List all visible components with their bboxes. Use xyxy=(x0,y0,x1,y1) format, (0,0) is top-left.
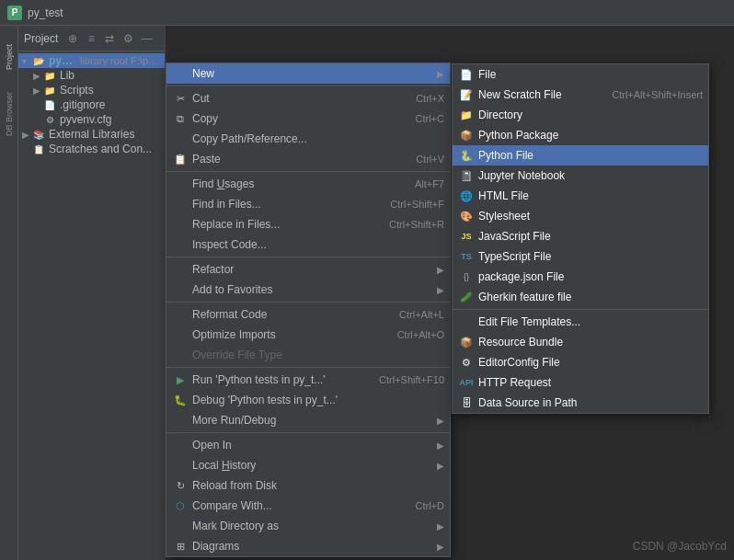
tree-arrow-lib: ▶ xyxy=(33,71,42,81)
folder-icon-lib: 📁 xyxy=(42,69,57,82)
menu-item-local-history[interactable]: Local History ▶ xyxy=(166,455,450,475)
tree-arrow-extlibs: ▶ xyxy=(22,130,31,140)
python-package-icon: 📦 xyxy=(458,130,475,142)
submenu-item-js[interactable]: JS JavaScript File xyxy=(453,226,708,246)
submenu-label-http: HTTP Request xyxy=(478,376,703,389)
submenu-label-jupyter: Jupyter Notebook xyxy=(478,169,703,182)
menu-divider-4 xyxy=(166,302,450,303)
menu-shortcut-reformat: Ctrl+Alt+L xyxy=(399,309,444,320)
submenu-item-datasource[interactable]: 🗄 Data Source in Path xyxy=(453,393,708,413)
submenu-label-directory: Directory xyxy=(478,109,703,121)
menu-item-find-in-files[interactable]: Find in Files... Ctrl+Shift+F xyxy=(166,194,450,214)
menu-item-paste[interactable]: 📋 Paste Ctrl+V xyxy=(166,149,450,169)
context-menu: New ▶ 📄 File 📝 New Scratch File Ctrl+Alt… xyxy=(166,63,451,557)
tree-item-pytest[interactable]: ▾ 📂 py_test library root F:\pythonPr... xyxy=(18,53,165,68)
menu-item-compare[interactable]: ⬡ Compare With... Ctrl+D xyxy=(166,496,450,516)
submenu-label-datasource: Data Source in Path xyxy=(478,396,703,409)
submenu-item-edit-templates[interactable]: Edit File Templates... xyxy=(453,312,708,332)
menu-item-optimize[interactable]: Optimize Imports Ctrl+Alt+O xyxy=(166,325,450,345)
gherkin-icon: 🥒 xyxy=(458,291,475,303)
toolbar-btn-sort[interactable]: ⇄ xyxy=(102,31,117,46)
submenu-item-editorconfig[interactable]: ⚙ EditorConfig File xyxy=(453,352,708,372)
scratch-icon: 📋 xyxy=(31,143,46,155)
menu-item-debug[interactable]: 🐛 Debug 'Python tests in py_t...' xyxy=(166,390,450,410)
menu-shortcut-optimize: Ctrl+Alt+O xyxy=(397,329,444,340)
menu-item-mark-dir[interactable]: Mark Directory as ▶ xyxy=(166,516,450,536)
menu-item-find-usages[interactable]: Find Usages Alt+F7 xyxy=(166,174,450,194)
menu-item-run[interactable]: ▶ Run 'Python tests in py_t...' Ctrl+Shi… xyxy=(166,370,450,390)
menu-label-copy-path: Copy Path/Reference... xyxy=(192,132,444,145)
diagrams-icon: ⊞ xyxy=(172,541,189,553)
sidebar-tab-db[interactable]: DB Browser xyxy=(1,86,17,142)
submenu-item-html[interactable]: 🌐 HTML File xyxy=(453,186,708,206)
submenu-shortcut-scratch: Ctrl+Alt+Shift+Insert xyxy=(612,89,703,100)
submenu-item-stylesheet[interactable]: 🎨 Stylesheet xyxy=(453,206,708,226)
tree-item-gitignore[interactable]: ▶ 📄 .gitignore xyxy=(18,97,165,112)
menu-label-more-run: More Run/Debug xyxy=(192,414,433,427)
menu-shortcut-replace-in-files: Ctrl+Shift+R xyxy=(389,219,444,230)
submenu-item-ts[interactable]: TS TypeScript File xyxy=(453,246,708,267)
menu-shortcut-run: Ctrl+Shift+F10 xyxy=(379,374,444,385)
tree-item-scripts[interactable]: ▶ 📁 Scripts xyxy=(18,83,165,97)
submenu-divider-1 xyxy=(453,309,708,310)
menu-label-open-in: Open In xyxy=(192,439,433,451)
menu-item-open-in[interactable]: Open In ▶ xyxy=(166,435,450,455)
submenu-label-html: HTML File xyxy=(478,189,703,202)
menu-shortcut-cut: Ctrl+X xyxy=(416,93,444,104)
menu-item-cut[interactable]: ✂ Cut Ctrl+X xyxy=(166,88,450,109)
submenu-item-python-package[interactable]: 📦 Python Package xyxy=(453,125,708,145)
submenu-item-http[interactable]: API HTTP Request xyxy=(453,372,708,393)
submenu-item-resource-bundle[interactable]: 📦 Resource Bundle xyxy=(453,332,708,352)
python-file-icon: 🐍 xyxy=(458,150,475,162)
sidebar-tab-project[interactable]: Project xyxy=(1,29,17,85)
menu-item-reformat[interactable]: Reformat Code Ctrl+Alt+L xyxy=(166,304,450,325)
jupyter-icon: 📓 xyxy=(458,170,475,182)
stylesheet-icon: 🎨 xyxy=(458,211,475,223)
toolbar-btn-minimize[interactable]: — xyxy=(139,31,154,46)
submenu-label-stylesheet: Stylesheet xyxy=(478,210,703,223)
menu-label-inspect: Inspect Code... xyxy=(192,238,444,251)
menu-item-diagrams[interactable]: ⊞ Diagrams ▶ xyxy=(166,536,450,556)
folder-icon: 📂 xyxy=(31,54,46,67)
submenu-item-directory[interactable]: 📁 Directory xyxy=(453,105,708,125)
toolbar-btn-add[interactable]: ⊕ xyxy=(65,31,80,46)
submenu-label-python-package: Python Package xyxy=(478,129,703,142)
paste-icon: 📋 xyxy=(172,154,189,166)
menu-item-copy[interactable]: ⧉ Copy Ctrl+C xyxy=(166,109,450,129)
tree-arrow: ▾ xyxy=(22,56,31,66)
menu-item-new[interactable]: New ▶ 📄 File 📝 New Scratch File Ctrl+Alt… xyxy=(166,63,450,84)
menu-divider-5 xyxy=(166,367,450,368)
tree-item-lib[interactable]: ▶ 📁 Lib xyxy=(18,68,165,83)
menu-item-reload[interactable]: ↻ Reload from Disk xyxy=(166,475,450,496)
submenu-item-packagejson[interactable]: {} package.json File xyxy=(453,267,708,287)
tree-item-pyvenv[interactable]: ▶ ⚙ pyvenv.cfg xyxy=(18,112,165,127)
menu-item-more-run[interactable]: More Run/Debug ▶ xyxy=(166,410,450,430)
toolbar-btn-collapse[interactable]: ≡ xyxy=(84,31,98,46)
submenu-item-python-file[interactable]: 🐍 Python File xyxy=(453,145,708,166)
menu-item-inspect[interactable]: Inspect Code... xyxy=(166,234,450,255)
file-icon-gitignore: 📄 xyxy=(42,98,57,111)
folder-icon-scripts: 📁 xyxy=(42,84,57,97)
cut-icon: ✂ xyxy=(172,93,189,105)
menu-shortcut-copy: Ctrl+C xyxy=(416,113,444,124)
submenu-item-scratch[interactable]: 📝 New Scratch File Ctrl+Alt+Shift+Insert xyxy=(453,85,708,105)
toolbar-btn-settings[interactable]: ⚙ xyxy=(120,31,135,46)
file-icon-pyvenv: ⚙ xyxy=(42,113,57,126)
tree-item-scratches[interactable]: ▶ 📋 Scratches and Con... xyxy=(18,142,165,156)
reload-icon: ↻ xyxy=(172,480,189,492)
resource-bundle-icon: 📦 xyxy=(458,337,475,349)
menu-label-find-usages: Find Usages xyxy=(192,177,396,190)
submenu-item-file[interactable]: 📄 File xyxy=(453,64,708,85)
menu-arrow-more-run: ▶ xyxy=(437,416,444,426)
menu-item-refactor[interactable]: Refactor ▶ xyxy=(166,259,450,280)
tree-item-ext-libs[interactable]: ▶ 📚 External Libraries xyxy=(18,127,165,142)
menu-label-find-in-files: Find in Files... xyxy=(192,198,372,211)
menu-item-replace-in-files[interactable]: Replace in Files... Ctrl+Shift+R xyxy=(166,214,450,234)
submenu-item-jupyter[interactable]: 📓 Jupyter Notebook xyxy=(453,166,708,186)
submenu-label-editorconfig: EditorConfig File xyxy=(478,356,703,369)
submenu-item-gherkin[interactable]: 🥒 Gherkin feature file xyxy=(453,287,708,307)
tree-label-suffix: library root F:\pythonPr... xyxy=(77,55,161,66)
menu-item-copy-path[interactable]: Copy Path/Reference... xyxy=(166,129,450,149)
menu-item-add-favorites[interactable]: Add to Favorites ▶ xyxy=(166,280,450,300)
tree-label-gitignore: .gitignore xyxy=(60,98,105,111)
